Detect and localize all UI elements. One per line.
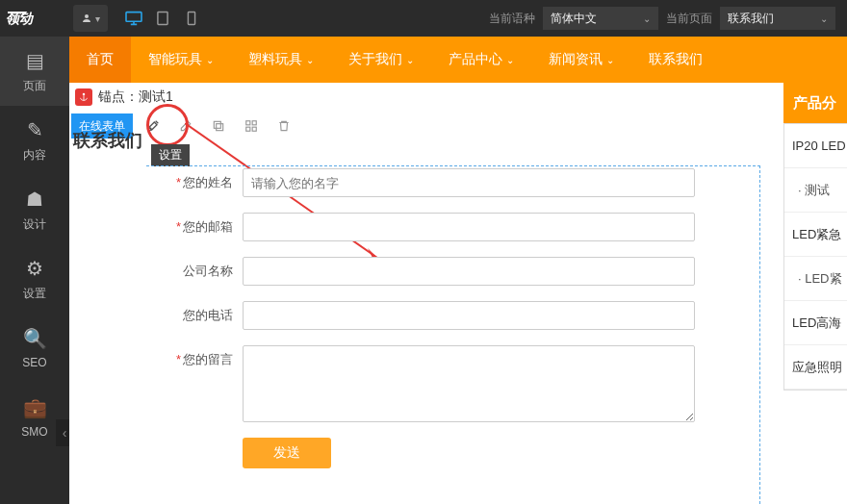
list-item[interactable]: · 测试 [784,168,847,213]
tablet-icon [156,11,169,26]
mobile-icon [187,11,196,26]
email-label: *您的邮箱 [146,213,243,236]
name-input[interactable] [243,168,695,197]
nav-contact[interactable]: 联系我们 [631,37,720,83]
grid-tool[interactable] [239,113,264,139]
delete-tool[interactable] [271,113,296,139]
sidebar-label: SMO [21,425,47,439]
svg-rect-7 [214,121,220,128]
list-item[interactable]: · LED紧 [784,257,847,301]
page-label: 当前页面 [666,11,712,27]
svg-rect-4 [188,13,194,25]
sidebar-item-design[interactable]: ☗设计 [0,175,69,244]
nav-label: 产品中心 [449,51,502,68]
content-area: 锚点：测试1 在线表单 联系我们 设置 *您的姓名 *您的邮箱 公司名称 您的电… [69,83,847,504]
search-icon: 🔍 [23,327,47,350]
device-desktop[interactable] [119,5,148,32]
svg-rect-3 [158,12,167,24]
submit-button[interactable]: 发送 [243,438,331,468]
message-textarea[interactable] [243,345,695,422]
chevron-down-icon: ⌄ [643,13,651,24]
copy-tool[interactable] [206,113,231,139]
grid-icon [244,119,258,133]
nav-home[interactable]: 首页 [69,37,131,83]
nav-label: 关于我们 [348,51,402,68]
briefcase-icon: 💼 [23,396,47,419]
sidebar: ▤页面 ✎内容 ☗设计 ⚙设置 🔍SEO 💼SMO ‹ [0,37,69,504]
sidebar-label: SEO [22,356,46,369]
svg-rect-11 [246,127,250,131]
chevron-down-icon: ⌄ [206,55,214,65]
anchor-label: 锚点：测试1 [98,88,173,106]
user-menu[interactable]: ▾ [73,5,108,32]
nav-news[interactable]: 新闻资讯⌄ [531,37,631,83]
company-label: 公司名称 [146,257,243,280]
sidebar-item-settings[interactable]: ⚙设置 [0,244,69,314]
list-item[interactable]: LED紧急 [784,213,847,257]
nav-label: 联系我们 [649,51,703,68]
page-icon: ▤ [26,49,44,72]
page-heading: 联系我们 [73,129,142,152]
chevron-left-icon: ‹ [63,425,67,441]
list-item[interactable]: IP20 LED [784,124,847,168]
lang-label: 当前语种 [489,11,535,27]
design-icon: ☗ [26,188,43,211]
page-select[interactable]: 联系我们⌄ [720,7,835,30]
nav-plastic-toys[interactable]: 塑料玩具⌄ [231,37,331,83]
device-switcher [119,5,206,32]
device-mobile[interactable] [177,5,206,32]
sidebar-item-seo[interactable]: 🔍SEO [0,314,69,383]
copy-icon [212,119,225,133]
settings-tool[interactable] [141,113,166,139]
page-value: 联系我们 [728,11,774,27]
email-input[interactable] [243,213,695,241]
logo: 领动 [0,0,69,37]
anchor-badge[interactable] [75,88,92,106]
svg-rect-8 [217,124,223,131]
pencil-icon: ✎ [27,118,43,141]
nav-label: 塑料玩具 [248,51,302,68]
company-input[interactable] [243,257,695,286]
nav-label: 智能玩具 [148,51,202,68]
nav-about[interactable]: 关于我们⌄ [331,37,431,83]
nav-products[interactable]: 产品中心⌄ [431,37,531,83]
name-label: *您的姓名 [146,168,243,191]
svg-rect-2 [126,13,141,22]
lang-value: 简体中文 [551,11,597,27]
device-tablet[interactable] [148,5,177,32]
top-bar: 领动 ▾ 当前语种 简体中文⌄ 当前页面 联系我们⌄ [0,0,847,37]
sidebar-label: 页面 [23,78,46,94]
chevron-down-icon: ⌄ [506,55,514,65]
sidebar-item-page[interactable]: ▤页面 [0,37,69,106]
sidebar-item-content[interactable]: ✎内容 [0,106,69,175]
right-panel-header: 产品分 [783,83,847,123]
nav-smart-toys[interactable]: 智能玩具⌄ [131,37,231,83]
message-label: *您的留言 [146,345,243,368]
sidebar-label: 内容 [23,147,46,164]
chevron-down-icon: ⌄ [406,55,414,65]
wrench-icon [145,118,161,134]
chevron-down-icon: ⌄ [606,55,614,65]
gear-icon: ⚙ [26,257,43,280]
chevron-down-icon: ⌄ [820,13,828,24]
trash-icon [277,119,291,133]
anchor-icon [79,92,89,102]
svg-rect-10 [252,121,256,125]
desktop-icon [124,11,143,26]
nav-label: 新闻资讯 [549,51,603,68]
edit-tool[interactable] [173,113,198,139]
form-component[interactable]: *您的姓名 *您的邮箱 公司名称 您的电话 *您的留言 发送 [146,165,760,504]
nav-label: 首页 [87,51,114,68]
lang-select[interactable]: 简体中文⌄ [543,7,658,30]
right-panel-list: IP20 LED · 测试 LED紧急 · LED紧 LED高海 应急照明 [783,123,847,391]
edit-icon [179,119,192,133]
list-item[interactable]: 应急照明 [784,345,847,390]
list-item[interactable]: LED高海 [784,301,847,345]
svg-point-1 [85,14,89,18]
phone-input[interactable] [243,301,695,330]
main-nav: 首页 智能玩具⌄ 塑料玩具⌄ 关于我们⌄ 产品中心⌄ 新闻资讯⌄ 联系我们 [69,37,847,83]
sidebar-label: 设置 [23,286,46,302]
chevron-down-icon: ⌄ [306,55,314,65]
svg-rect-12 [252,127,256,131]
svg-rect-9 [246,121,250,125]
